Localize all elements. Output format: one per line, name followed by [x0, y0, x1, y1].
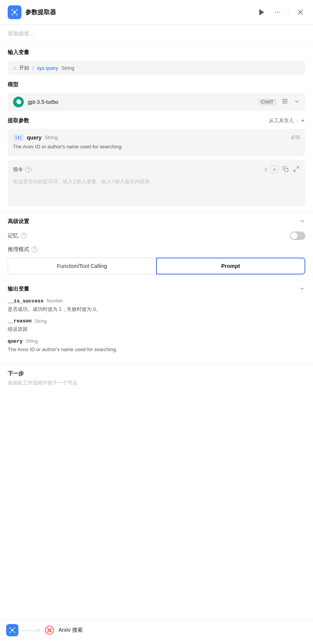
output-var-reason-header: __reason String: [8, 318, 305, 324]
app-logo: [8, 5, 21, 19]
param-type: String: [44, 135, 58, 140]
instruction-actions: 0 x: [265, 165, 300, 174]
output-var-is-success-desc: 是否成功。成功时值为 1，失败时值为 0。: [8, 306, 101, 312]
model-settings-icon: [282, 98, 288, 106]
header-actions: [257, 7, 305, 17]
svg-line-28: [10, 630, 12, 632]
home-icon: ⌂: [13, 65, 16, 71]
output-var-query-name: query: [8, 338, 23, 344]
insert-var-button[interactable]: x: [270, 166, 278, 173]
svg-line-29: [12, 630, 15, 632]
advanced-chevron-icon: [299, 218, 305, 225]
param-desc: The Arxiv ID or author's name used for s…: [13, 144, 123, 150]
svg-line-19: [297, 167, 298, 169]
input-variables-section: 输入变量 ⌂ 开始 / sys.query String: [0, 43, 313, 81]
svg-point-12: [279, 12, 280, 13]
model-chevron-icon: [294, 99, 300, 106]
model-section: 模型 gpt-3.5-turbo CHAT: [0, 81, 313, 117]
model-selector[interactable]: gpt-3.5-turbo CHAT: [8, 93, 305, 111]
bottom-node-arrow-icon: ——>: [22, 626, 40, 634]
instruction-header: 指令 ? 0 x: [13, 165, 300, 174]
bottom-node-bar: ——> Arxiv 搜索: [0, 619, 313, 644]
advanced-settings-body: 记忆 ? 推理模式 ? Function/Tool Calling Prompt: [8, 225, 305, 274]
advanced-settings-header[interactable]: 高级设置: [8, 218, 305, 225]
svg-point-15: [283, 99, 285, 100]
copy-button[interactable]: [282, 165, 289, 174]
instruction-label: 指令 ?: [13, 166, 31, 173]
advanced-settings-section: 高级设置 记忆 ? 推理模式 ? Function/Tool Calling P…: [0, 212, 313, 280]
output-var-reason-desc: 错误原因: [8, 326, 28, 332]
inference-mode-label: 推理模式 ?: [8, 246, 305, 253]
param-card-left: [x] query String: [13, 135, 58, 141]
memory-help-icon: ?: [21, 233, 27, 239]
memory-toggle[interactable]: [290, 232, 305, 240]
svg-line-6: [15, 10, 17, 12]
instruction-label-text: 指令: [13, 166, 23, 173]
advanced-settings-title: 高级设置: [8, 218, 29, 225]
model-tag: CHAT: [258, 99, 276, 105]
svg-line-20: [294, 169, 296, 171]
memory-label: 记忆 ?: [8, 232, 27, 239]
instruction-box: 指令 ? 0 x: [8, 160, 305, 206]
svg-rect-18: [285, 168, 288, 172]
output-var-query-header: query String: [8, 338, 305, 344]
next-step-section: 下一步 添加此工作流程中的下一个节点: [0, 364, 313, 398]
output-var-is-success: __is_success Number 是否成功。成功时值为 1，失败时值为 0…: [8, 298, 305, 313]
output-var-query-type: String: [26, 338, 38, 344]
description-area[interactable]: 添加描述...: [0, 25, 313, 43]
description-placeholder: 添加描述...: [8, 30, 34, 36]
svg-point-11: [277, 12, 278, 13]
memory-row: 记忆 ?: [8, 232, 305, 240]
param-name: query: [27, 135, 41, 141]
input-var-name: sys.query: [37, 65, 58, 71]
inference-mode-label-text: 推理模式: [8, 246, 29, 253]
svg-line-27: [12, 628, 15, 630]
memory-label-text: 记忆: [8, 232, 18, 239]
close-button[interactable]: [295, 7, 305, 17]
instruction-count: 0: [265, 167, 267, 172]
var-badge: [x]: [13, 135, 24, 140]
app-title: 参数提取器: [25, 8, 257, 16]
next-step-title: 下一步: [8, 370, 305, 377]
param-card-header: [x] query String 必填: [13, 134, 300, 141]
app-header: 参数提取器: [0, 0, 313, 25]
bottom-node-error-icon: [44, 625, 55, 636]
output-var-reason-type: String: [35, 319, 46, 324]
output-chevron-icon: [299, 286, 305, 293]
input-variables-label: 输入变量: [8, 49, 305, 56]
extract-params-label: 提取参数: [8, 117, 29, 124]
slash: /: [32, 65, 34, 71]
svg-line-26: [10, 628, 12, 630]
output-var-is-success-header: __is_success Number: [8, 298, 305, 304]
input-var-box: ⌂ 开始 / sys.query String: [8, 61, 305, 75]
input-var-type: String: [61, 65, 74, 71]
output-var-reason-name: __reason: [8, 318, 31, 324]
input-var-source: 开始: [19, 64, 29, 71]
prompt-button[interactable]: Prompt: [156, 258, 306, 274]
instruction-placeholder[interactable]: 在这里写你的提示词，输入'{'插入变量、输入'/'插入提示内容块: [13, 178, 300, 201]
actions-divider: [297, 118, 297, 123]
svg-line-5: [12, 10, 15, 12]
inference-mode-buttons: Function/Tool Calling Prompt: [8, 258, 305, 274]
svg-marker-9: [260, 10, 264, 15]
output-var-query: query String The Arxiv ID or author's na…: [8, 338, 305, 353]
expand-button[interactable]: [292, 165, 300, 174]
output-variables-section: 输出变量 __is_success Number 是否成功。成功时值为 1，失败…: [0, 280, 313, 364]
inference-mode-help-icon: ?: [31, 246, 38, 253]
extract-params-header: 提取参数 从工具导入 +: [8, 117, 305, 124]
model-label: 模型: [8, 81, 305, 88]
next-step-desc: 添加此工作流程中的下一个节点: [8, 380, 305, 386]
output-variables-header: 输出变量: [8, 286, 305, 293]
bottom-node-logo: [6, 624, 18, 636]
svg-point-16: [286, 101, 287, 102]
extract-params-section: 提取参数 从工具导入 + [x] query String 必填 The Arx…: [0, 117, 313, 212]
import-from-tool[interactable]: 从工具导入: [269, 117, 294, 124]
more-button[interactable]: [273, 7, 283, 17]
play-button[interactable]: [257, 7, 267, 17]
function-tool-calling-button[interactable]: Function/Tool Calling: [8, 258, 156, 274]
svg-line-7: [12, 12, 15, 15]
model-logo: [13, 97, 24, 107]
required-badge: 必填: [291, 134, 300, 141]
add-param-button[interactable]: +: [300, 117, 305, 124]
output-var-is-success-type: Number: [47, 298, 63, 304]
